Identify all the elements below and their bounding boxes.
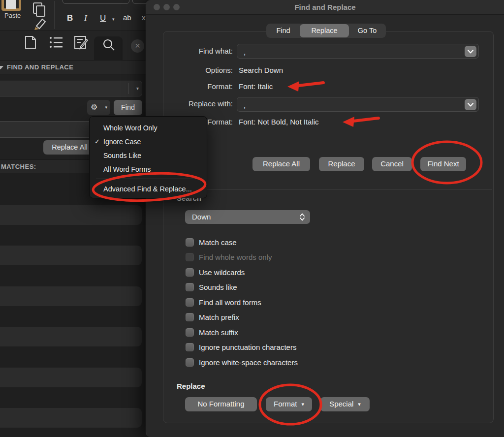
replace-with-label: Replace with: bbox=[156, 99, 233, 108]
tab-find[interactable]: Find bbox=[267, 24, 300, 37]
gear-dropdown-menu: Whole Word Only ✓ Ignore Case Sounds Lik… bbox=[89, 116, 207, 198]
match-row[interactable] bbox=[0, 327, 142, 346]
checkbox-match-case[interactable]: Match case bbox=[186, 238, 298, 247]
screen: Paste B I U ▾ ab x bbox=[0, 0, 504, 437]
tab-replace[interactable]: Replace bbox=[300, 24, 349, 37]
chevron-down-icon[interactable] bbox=[465, 99, 476, 110]
sidebar-tab-bar: ✕ bbox=[0, 31, 146, 60]
checkbox-icon[interactable] bbox=[186, 313, 194, 321]
menu-item-advanced-find-replace[interactable]: Advanced Find & Replace... bbox=[90, 182, 207, 196]
search-direction-value: Down bbox=[192, 213, 211, 221]
find-what-label: Find what: bbox=[156, 47, 233, 55]
replace-all-button[interactable]: Replace All bbox=[252, 157, 310, 171]
options-label: Options: bbox=[156, 66, 233, 74]
replace-button[interactable]: Replace bbox=[319, 157, 364, 171]
checkbox-icon[interactable] bbox=[186, 358, 194, 367]
find-replace-panel-header[interactable]: FIND AND REPLACE bbox=[0, 60, 146, 74]
checkbox-sounds-like[interactable]: Sounds like bbox=[186, 283, 298, 292]
font-size-box[interactable] bbox=[132, 0, 146, 4]
no-formatting-button[interactable]: No Formatting bbox=[185, 397, 257, 411]
match-row[interactable] bbox=[0, 368, 142, 387]
review-tab-icon[interactable] bbox=[73, 34, 91, 51]
checkmark-icon: ✓ bbox=[94, 135, 100, 149]
cancel-button[interactable]: Cancel bbox=[372, 157, 412, 171]
word-window: Paste B I U ▾ ab x bbox=[0, 0, 146, 437]
find-next-button[interactable]: Find Next bbox=[420, 157, 466, 171]
checkbox-find-whole-words-only: Find whole words only bbox=[186, 253, 298, 262]
find-options-gear-button[interactable]: ⚙ ▾ bbox=[87, 100, 110, 115]
checkbox-ignore-punctuation[interactable]: Ignore punctuation characters bbox=[186, 343, 298, 352]
checkbox-icon[interactable] bbox=[186, 283, 194, 291]
chevron-down-icon: ▾ bbox=[105, 105, 107, 110]
panel-title: FIND AND REPLACE bbox=[7, 63, 73, 71]
checkbox-use-wildcards[interactable]: Use wildcards bbox=[186, 268, 298, 277]
close-sidebar-icon[interactable]: ✕ bbox=[131, 39, 144, 53]
chevron-down-icon: ▾ bbox=[358, 401, 361, 407]
match-row[interactable] bbox=[0, 408, 142, 428]
select-updown-icon bbox=[297, 212, 307, 222]
gear-icon: ⚙ bbox=[91, 102, 97, 112]
menu-item-whole-word-only[interactable]: Whole Word Only bbox=[90, 121, 207, 135]
format-find-label: Format: bbox=[156, 82, 233, 91]
thumbnails-tab-icon[interactable] bbox=[23, 34, 38, 51]
match-row[interactable] bbox=[0, 246, 142, 265]
dialog-title: Find and Replace bbox=[146, 3, 504, 11]
bold-button[interactable]: B bbox=[67, 13, 73, 23]
search-tab-icon[interactable] bbox=[102, 38, 116, 52]
underline-chevron-icon[interactable]: ▾ bbox=[112, 17, 115, 22]
sidebar-replace-all-button[interactable]: Replace All bbox=[43, 140, 96, 155]
underline-button[interactable]: U bbox=[100, 13, 106, 23]
sidebar-find-input[interactable]: ▾ bbox=[0, 81, 142, 96]
replace-with-combobox[interactable]: , bbox=[237, 97, 479, 112]
find-what-combobox[interactable]: , bbox=[237, 44, 479, 59]
special-button[interactable]: Special▾ bbox=[320, 397, 370, 411]
checkbox-icon[interactable] bbox=[186, 328, 194, 337]
format-button[interactable]: Format▾ bbox=[266, 397, 312, 411]
menu-item-all-word-forms[interactable]: All Word Forms bbox=[90, 162, 207, 176]
menu-separator bbox=[96, 179, 200, 179]
find-what-value: , bbox=[244, 48, 246, 56]
dialog-titlebar[interactable]: Find and Replace bbox=[146, 0, 504, 15]
dialog-tabbar: Find Replace Go To bbox=[266, 24, 386, 38]
checkbox-match-suffix[interactable]: Match suffix bbox=[186, 328, 298, 337]
replace-with-value: , bbox=[244, 101, 246, 109]
checkbox-icon[interactable] bbox=[186, 343, 194, 351]
sidebar-find-button[interactable]: Find bbox=[114, 100, 142, 115]
find-and-replace-dialog: Find and Replace Find Replace Go To Find… bbox=[146, 0, 504, 437]
checkbox-match-prefix[interactable]: Match prefix bbox=[186, 313, 298, 322]
chevron-down-icon: ▾ bbox=[301, 401, 304, 407]
ribbon-toolbar: Paste B I U ▾ ab x bbox=[0, 0, 146, 31]
menu-item-ignore-case[interactable]: ✓ Ignore Case bbox=[90, 135, 207, 149]
format-painter-icon[interactable] bbox=[32, 15, 51, 30]
checkbox-icon[interactable] bbox=[186, 268, 194, 277]
options-value: Search Down bbox=[239, 66, 283, 74]
section-divider bbox=[170, 189, 492, 190]
format-find-value: Font: Italic bbox=[239, 82, 273, 91]
match-row[interactable] bbox=[0, 286, 142, 306]
checkbox-icon[interactable] bbox=[186, 238, 194, 247]
tab-goto[interactable]: Go To bbox=[349, 24, 385, 37]
collapse-triangle-icon bbox=[0, 66, 3, 69]
list-tab-icon[interactable] bbox=[48, 35, 64, 50]
checkbox-ignore-whitespace[interactable]: Ignore white-space characters bbox=[186, 358, 298, 367]
format-replace-value: Font: Not Bold, Not Italic bbox=[239, 118, 319, 126]
checkbox-icon bbox=[186, 253, 194, 261]
matches-list bbox=[0, 173, 146, 437]
checkbox-icon[interactable] bbox=[186, 298, 194, 307]
chevron-down-icon[interactable]: ▾ bbox=[136, 86, 139, 91]
menu-item-sounds-like[interactable]: Sounds Like bbox=[90, 149, 207, 162]
search-options-list: Match case Find whole words only Use wil… bbox=[186, 238, 298, 373]
checkbox-find-all-word-forms[interactable]: Find all word forms bbox=[186, 298, 298, 307]
strikethrough-button[interactable]: ab bbox=[123, 13, 131, 22]
replace-section-label: Replace bbox=[177, 382, 205, 390]
chevron-down-icon[interactable] bbox=[465, 46, 476, 57]
match-row[interactable] bbox=[0, 205, 142, 225]
paste-clipboard-paper bbox=[6, 0, 16, 9]
search-direction-select[interactable]: Down bbox=[185, 210, 310, 224]
italic-button[interactable]: I bbox=[84, 13, 87, 23]
font-name-box[interactable] bbox=[63, 0, 129, 4]
toolbar-divider bbox=[54, 1, 55, 29]
paste-button[interactable]: Paste bbox=[4, 12, 21, 19]
subscript-button[interactable]: x bbox=[142, 13, 146, 22]
